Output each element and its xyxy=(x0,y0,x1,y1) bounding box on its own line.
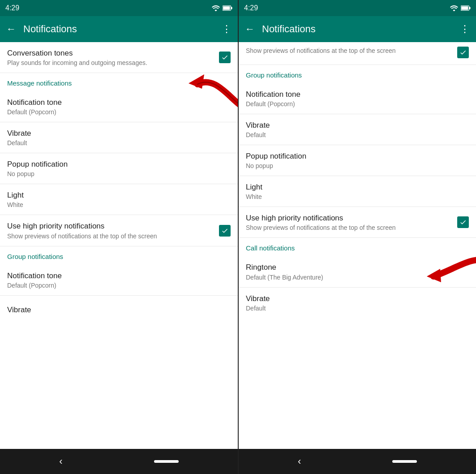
vibrate-value-left: Default xyxy=(7,139,231,147)
status-bar-right: 4:29 xyxy=(239,0,476,16)
status-time-right: 4:29 xyxy=(244,4,258,12)
popup-notification-value-left: No popup xyxy=(7,170,231,177)
nav-bar-right: ‹ xyxy=(239,449,476,474)
nav-bar-left: ‹ xyxy=(0,449,238,474)
svg-marker-7 xyxy=(427,269,441,282)
popup-notification-label-left: Popup notification xyxy=(7,159,231,169)
status-bar-left: 4:29 xyxy=(0,0,238,16)
partial-top-label: Show previews of notifications at the to… xyxy=(246,47,453,56)
high-priority-item-left[interactable]: Use high priority notifications Show pre… xyxy=(0,215,238,246)
page-title-right: Notifications xyxy=(262,23,453,35)
light-item-left[interactable]: Light White xyxy=(0,184,238,215)
call-vibrate-label-right: Vibrate xyxy=(246,294,469,304)
group-vibrate-label-left: Vibrate xyxy=(7,305,231,315)
conversation-tones-value: Play sounds for incoming and outgoing me… xyxy=(7,59,219,66)
group-vibrate-value-right: Default xyxy=(246,131,469,138)
page-title-left: Notifications xyxy=(23,23,214,35)
check-icon-hp-right xyxy=(459,219,467,226)
popup-notification-item-right[interactable]: Popup notification No popup xyxy=(239,145,476,176)
light-value-left: White xyxy=(7,201,231,208)
light-item-right[interactable]: Light White xyxy=(239,176,476,207)
group-notifications-header-right: Group notifications xyxy=(239,65,476,83)
back-button-left[interactable]: ← xyxy=(6,23,16,35)
status-icons-left xyxy=(212,5,232,11)
group-notification-tone-value-left: Default (Popcorn) xyxy=(7,282,231,289)
popup-notification-item-left[interactable]: Popup notification No popup xyxy=(0,153,238,184)
content-left: Conversation tones Play sounds for incom… xyxy=(0,42,238,449)
svg-rect-2 xyxy=(223,6,230,10)
content-right: Show previews of notifications at the to… xyxy=(239,42,476,449)
conversation-tones-checkbox[interactable] xyxy=(219,52,231,63)
group-notification-tone-item-left[interactable]: Notification tone Default (Popcorn) xyxy=(0,265,238,296)
group-vibrate-label-right: Vibrate xyxy=(246,121,469,130)
nav-home-right[interactable] xyxy=(392,460,417,463)
arrow-annotation-right xyxy=(427,252,476,294)
ringtone-item-right[interactable]: Ringtone Default (The Big Adventure) xyxy=(239,256,476,287)
check-icon-hp-left xyxy=(221,227,228,234)
group-notification-tone-item-right[interactable]: Notification tone Default (Popcorn) xyxy=(239,83,476,114)
partial-top-checkbox[interactable] xyxy=(457,47,469,58)
battery-icon-right xyxy=(461,5,471,11)
group-notifications-header-left: Group notifications xyxy=(0,246,238,265)
notification-tone-item-left[interactable]: Notification tone Default (Popcorn) xyxy=(0,91,238,122)
group-vibrate-item-right[interactable]: Vibrate Default xyxy=(239,114,476,145)
popup-notification-value-right: No popup xyxy=(246,162,469,169)
call-vibrate-value-right: Default xyxy=(246,305,469,312)
high-priority-label-left: Use high priority notifications xyxy=(7,221,219,231)
vibrate-item-left[interactable]: Vibrate Default xyxy=(0,122,238,153)
high-priority-item-right[interactable]: Use high priority notifications Show pre… xyxy=(239,207,476,238)
high-priority-value-left: Show previews of notifications at the to… xyxy=(7,233,219,240)
arrow-annotation-left xyxy=(189,62,238,117)
status-icons-right xyxy=(450,5,471,11)
top-bar-right: ← Notifications ⋮ xyxy=(239,16,476,42)
more-options-right[interactable]: ⋮ xyxy=(460,23,470,35)
high-priority-checkbox-right[interactable] xyxy=(457,216,469,228)
top-bar-left: ← Notifications ⋮ xyxy=(0,16,238,42)
nav-home-left[interactable] xyxy=(154,460,179,463)
group-vibrate-item-left[interactable]: Vibrate xyxy=(0,296,238,324)
light-label-left: Light xyxy=(7,190,231,200)
popup-notification-label-right: Popup notification xyxy=(246,151,469,161)
svg-rect-5 xyxy=(469,7,471,9)
settings-list-left: Conversation tones Play sounds for incom… xyxy=(0,42,238,324)
light-value-right: White xyxy=(246,193,469,200)
left-panel: 4:29 ← Notifications ⋮ xyxy=(0,0,238,474)
nav-back-left[interactable]: ‹ xyxy=(59,456,62,467)
wifi-icon-right xyxy=(450,5,458,11)
more-options-left[interactable]: ⋮ xyxy=(222,23,232,35)
check-icon xyxy=(221,54,228,61)
light-label-right: Light xyxy=(246,182,469,192)
svg-rect-6 xyxy=(461,6,468,10)
group-notification-tone-label-left: Notification tone xyxy=(7,271,231,281)
battery-icon-left xyxy=(223,5,232,11)
svg-rect-1 xyxy=(231,7,232,9)
settings-list-right: Show previews of notifications at the to… xyxy=(239,42,476,318)
group-notification-tone-label-right: Notification tone xyxy=(246,90,469,99)
right-panel: 4:29 ← Notifications ⋮ Show previews xyxy=(238,0,476,474)
check-icon-partial xyxy=(459,49,467,56)
wifi-icon-left xyxy=(212,5,220,11)
vibrate-label-left: Vibrate xyxy=(7,129,231,138)
back-button-right[interactable]: ← xyxy=(245,23,255,35)
high-priority-value-right: Show previews of notifications at the to… xyxy=(246,224,457,231)
group-notification-tone-value-right: Default (Popcorn) xyxy=(246,100,469,108)
status-time-left: 4:29 xyxy=(5,4,19,12)
high-priority-label-right: Use high priority notifications xyxy=(246,213,457,223)
high-priority-checkbox-left[interactable] xyxy=(219,225,231,237)
nav-back-right[interactable]: ‹ xyxy=(298,456,301,467)
partial-top-item[interactable]: Show previews of notifications at the to… xyxy=(239,42,476,65)
conversation-tones-label: Conversation tones xyxy=(7,48,219,58)
